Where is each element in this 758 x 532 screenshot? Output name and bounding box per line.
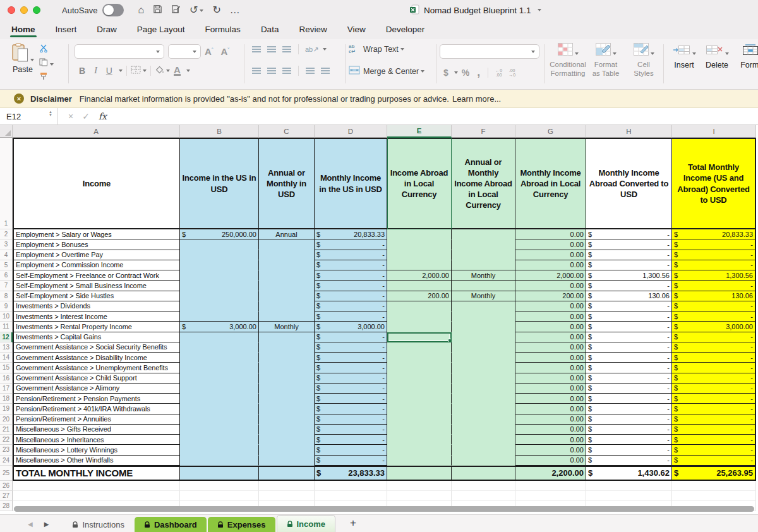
cell-a7[interactable]: Self-Employment > Small Business Income <box>13 281 180 291</box>
cell-h14[interactable]: $- <box>586 353 672 363</box>
cell-i3[interactable]: $- <box>672 239 756 250</box>
cell-d4[interactable]: $- <box>315 250 387 260</box>
cell-e5[interactable] <box>387 260 452 270</box>
column-header-b[interactable]: B <box>180 125 259 138</box>
cell-styles-button[interactable]: CellStyles <box>624 43 663 78</box>
cell-b27[interactable] <box>180 491 259 501</box>
cell-e16[interactable] <box>387 373 452 384</box>
cell-g10[interactable]: 0.00 <box>515 311 586 322</box>
cell-c11[interactable]: Monthly <box>259 322 315 332</box>
cell-b19[interactable] <box>180 404 259 414</box>
cell-f20[interactable] <box>452 414 515 425</box>
comma-format-button[interactable]: , <box>477 66 480 79</box>
cell-a21[interactable]: Miscellaneous > Gifts Received <box>13 425 180 435</box>
cell-g27[interactable] <box>515 491 586 501</box>
cell-a20[interactable]: Pension/Retirement > Annuities <box>13 414 180 425</box>
cell-b18[interactable] <box>180 394 259 404</box>
cell-d18[interactable]: $- <box>315 394 387 404</box>
cell-f22[interactable] <box>452 435 515 445</box>
cell-b4[interactable] <box>180 250 259 260</box>
total-label-cell[interactable]: TOTAL MONTHLY INCOME <box>13 466 180 481</box>
header-cell-g1[interactable]: Monthly Income Abroad in Local Currency <box>515 138 586 229</box>
cell-c17[interactable] <box>259 384 315 394</box>
column-header-g[interactable]: G <box>515 125 586 138</box>
text-orientation-icon[interactable]: ab↗ <box>305 45 318 54</box>
cell-c7[interactable] <box>259 281 315 291</box>
cell-e20[interactable] <box>387 414 452 425</box>
cell-d22[interactable]: $- <box>315 435 387 445</box>
format-cells-button[interactable]: Format <box>734 44 758 70</box>
cell-b20[interactable] <box>180 414 259 425</box>
cell-i13[interactable]: $- <box>672 342 756 353</box>
cell-e9[interactable] <box>387 301 452 311</box>
cell-f5[interactable] <box>452 260 515 270</box>
align-middle-icon[interactable] <box>267 46 276 52</box>
cell-g24[interactable]: 0.00 <box>515 456 586 466</box>
cell-f14[interactable] <box>452 353 515 363</box>
cell-g11[interactable]: 0.00 <box>515 322 586 332</box>
row-header-14[interactable]: 14 <box>0 353 13 363</box>
cell-g6[interactable]: 2,000.00 <box>515 270 586 281</box>
header-cell-d1[interactable]: Monthly Income in the US in USD <box>315 138 387 229</box>
total-cell-i[interactable]: $25,263.95 <box>672 466 756 481</box>
italic-button[interactable]: I <box>94 66 97 76</box>
cell-g13[interactable]: 0.00 <box>515 342 586 353</box>
header-cell-f1[interactable]: Annual or Monthly Income Abroad in Local… <box>452 138 515 229</box>
increase-font-size-button[interactable]: Aˆ <box>205 46 214 57</box>
cell-e3[interactable] <box>387 239 452 250</box>
cell-d21[interactable]: $- <box>315 425 387 435</box>
cell-h22[interactable]: $- <box>586 435 672 445</box>
sheet-tab-instructions[interactable]: Instructions <box>63 517 133 532</box>
row-header-16[interactable]: 16 <box>0 373 13 384</box>
cell-i7[interactable]: $- <box>672 281 756 291</box>
cell-f19[interactable] <box>452 404 515 414</box>
cell-b7[interactable] <box>180 281 259 291</box>
cell-a27[interactable] <box>13 491 180 501</box>
cell-g20[interactable]: 0.00 <box>515 414 586 425</box>
align-right-icon[interactable] <box>282 68 291 74</box>
cell-i18[interactable]: $- <box>672 394 756 404</box>
prev-sheet-icon[interactable]: ◀ <box>28 521 33 528</box>
cell-a19[interactable]: Pension/Retirement > 401k/IRA Withdrawal… <box>13 404 180 414</box>
cell-e6[interactable]: 2,000.00 <box>387 270 452 281</box>
cell-b2[interactable]: $250,000.00 <box>180 229 259 239</box>
cell-c3[interactable] <box>259 239 315 250</box>
autosave-toggle[interactable] <box>102 4 124 16</box>
horizontal-scrollbar[interactable] <box>14 506 754 512</box>
row-header-8[interactable]: 8 <box>0 291 13 301</box>
cell-c26[interactable] <box>259 481 315 491</box>
sheet-tab-dashboard[interactable]: Dashboard <box>135 517 207 532</box>
cell-g15[interactable]: 0.00 <box>515 363 586 373</box>
align-center-icon[interactable] <box>267 68 276 74</box>
cell-h13[interactable]: $- <box>586 342 672 353</box>
row-header-21[interactable]: 21 <box>0 425 13 435</box>
cell-h20[interactable]: $- <box>586 414 672 425</box>
format-painter-button[interactable] <box>39 72 48 82</box>
total-cell-e[interactable] <box>387 466 452 481</box>
ribbon-tab-draw[interactable]: Draw <box>95 22 118 39</box>
row-header-24[interactable]: 24 <box>0 456 13 466</box>
number-format-select[interactable] <box>440 44 539 59</box>
cell-c23[interactable] <box>259 445 315 455</box>
copy-button[interactable] <box>39 58 54 68</box>
cell-c13[interactable] <box>259 342 315 353</box>
insert-function-icon[interactable]: fx <box>99 111 107 121</box>
cancel-entry-icon[interactable]: × <box>68 111 73 121</box>
cell-i8[interactable]: $130.06 <box>672 291 756 301</box>
cell-h15[interactable]: $- <box>586 363 672 373</box>
row-header-22[interactable]: 22 <box>0 435 13 445</box>
cell-a3[interactable]: Employment > Bonuses <box>13 239 180 250</box>
cell-e11[interactable] <box>387 322 452 332</box>
cell-a23[interactable]: Miscellaneous > Lottery Winnings <box>13 445 180 455</box>
column-header-a[interactable]: A <box>13 125 180 138</box>
header-cell-a1[interactable]: Income <box>13 138 180 229</box>
select-all-corner[interactable] <box>0 125 13 138</box>
cell-a6[interactable]: Self-Employment > Freelance or Contract … <box>13 270 180 281</box>
cell-a5[interactable]: Employment > Commission Income <box>13 260 180 270</box>
cell-f18[interactable] <box>452 394 515 404</box>
header-cell-c1[interactable]: Annual or Monthly in USD <box>259 138 315 229</box>
cell-h4[interactable]: $- <box>586 250 672 260</box>
cell-f21[interactable] <box>452 425 515 435</box>
cell-i20[interactable]: $- <box>672 414 756 425</box>
ribbon-tab-home[interactable]: Home <box>10 22 37 39</box>
